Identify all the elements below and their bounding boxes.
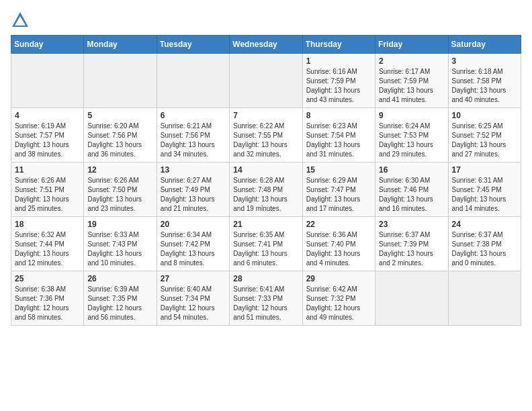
day-number: 6 [161, 111, 226, 120]
day-header-tuesday: Tuesday [157, 36, 229, 54]
calendar-cell: 13Sunrise: 6:27 AMSunset: 7:49 PMDayligh… [157, 163, 229, 217]
day-number: 28 [233, 274, 298, 283]
calendar-header: SundayMondayTuesdayWednesdayThursdayFrid… [11, 36, 521, 54]
calendar-cell: 10Sunrise: 6:25 AMSunset: 7:52 PMDayligh… [448, 108, 521, 163]
calendar-cell: 5Sunrise: 6:20 AMSunset: 7:56 PMDaylight… [84, 108, 157, 163]
day-info: Sunrise: 6:42 AMSunset: 7:32 PMDaylight:… [306, 285, 371, 322]
day-info: Sunrise: 6:34 AMSunset: 7:42 PMDaylight:… [161, 230, 226, 268]
day-info: Sunrise: 6:36 AMSunset: 7:40 PMDaylight:… [306, 230, 371, 268]
day-number: 18 [15, 220, 80, 229]
calendar-table: SundayMondayTuesdayWednesdayThursdayFrid… [11, 35, 521, 326]
calendar-cell [84, 54, 157, 108]
day-info: Sunrise: 6:26 AMSunset: 7:51 PMDaylight:… [15, 176, 80, 214]
day-info: Sunrise: 6:21 AMSunset: 7:56 PMDaylight:… [161, 122, 226, 159]
calendar-cell: 29Sunrise: 6:42 AMSunset: 7:32 PMDayligh… [302, 271, 375, 326]
calendar-cell: 19Sunrise: 6:33 AMSunset: 7:43 PMDayligh… [84, 217, 157, 271]
day-number: 8 [306, 111, 371, 120]
day-info: Sunrise: 6:40 AMSunset: 7:34 PMDaylight:… [161, 285, 226, 322]
day-info: Sunrise: 6:27 AMSunset: 7:49 PMDaylight:… [161, 176, 226, 214]
calendar-cell: 21Sunrise: 6:35 AMSunset: 7:41 PMDayligh… [230, 217, 302, 271]
calendar-cell: 16Sunrise: 6:30 AMSunset: 7:46 PMDayligh… [375, 163, 448, 217]
day-number: 25 [15, 274, 80, 283]
day-number: 16 [379, 165, 444, 175]
day-header-monday: Monday [84, 36, 157, 54]
day-info: Sunrise: 6:30 AMSunset: 7:46 PMDaylight:… [379, 176, 444, 214]
header [11, 11, 521, 30]
day-info: Sunrise: 6:32 AMSunset: 7:44 PMDaylight:… [15, 230, 80, 268]
day-info: Sunrise: 6:28 AMSunset: 7:48 PMDaylight:… [233, 176, 298, 214]
calendar-cell: 20Sunrise: 6:34 AMSunset: 7:42 PMDayligh… [157, 217, 229, 271]
day-number: 17 [452, 165, 517, 175]
calendar-cell: 18Sunrise: 6:32 AMSunset: 7:44 PMDayligh… [11, 217, 84, 271]
logo-icon [11, 11, 30, 30]
day-header-thursday: Thursday [302, 36, 375, 54]
day-number: 26 [87, 274, 152, 283]
day-info: Sunrise: 6:24 AMSunset: 7:53 PMDaylight:… [379, 122, 444, 159]
day-number: 3 [452, 56, 517, 66]
day-number: 20 [161, 220, 226, 229]
day-info: Sunrise: 6:41 AMSunset: 7:33 PMDaylight:… [233, 285, 298, 322]
day-info: Sunrise: 6:38 AMSunset: 7:36 PMDaylight:… [15, 285, 80, 322]
day-number: 13 [161, 165, 226, 175]
day-info: Sunrise: 6:29 AMSunset: 7:47 PMDaylight:… [306, 176, 371, 214]
day-number: 5 [87, 111, 152, 120]
calendar-cell: 4Sunrise: 6:19 AMSunset: 7:57 PMDaylight… [11, 108, 84, 163]
day-info: Sunrise: 6:18 AMSunset: 7:58 PMDaylight:… [452, 67, 517, 105]
calendar-cell: 15Sunrise: 6:29 AMSunset: 7:47 PMDayligh… [302, 163, 375, 217]
day-number: 2 [379, 56, 444, 66]
day-info: Sunrise: 6:31 AMSunset: 7:45 PMDaylight:… [452, 176, 517, 214]
day-number: 24 [452, 220, 517, 229]
logo [11, 11, 32, 30]
calendar-cell: 7Sunrise: 6:22 AMSunset: 7:55 PMDaylight… [230, 108, 302, 163]
day-number: 14 [233, 165, 298, 175]
week-row-3: 11Sunrise: 6:26 AMSunset: 7:51 PMDayligh… [11, 163, 521, 217]
calendar-cell [11, 54, 84, 108]
calendar-cell: 24Sunrise: 6:37 AMSunset: 7:38 PMDayligh… [448, 217, 521, 271]
day-number: 4 [15, 111, 80, 120]
calendar-cell: 28Sunrise: 6:41 AMSunset: 7:33 PMDayligh… [230, 271, 302, 326]
day-info: Sunrise: 6:37 AMSunset: 7:39 PMDaylight:… [379, 230, 444, 268]
day-header-saturday: Saturday [448, 36, 521, 54]
calendar-cell: 27Sunrise: 6:40 AMSunset: 7:34 PMDayligh… [157, 271, 229, 326]
day-info: Sunrise: 6:23 AMSunset: 7:54 PMDaylight:… [306, 122, 371, 159]
day-info: Sunrise: 6:26 AMSunset: 7:50 PMDaylight:… [87, 176, 152, 214]
calendar-cell: 23Sunrise: 6:37 AMSunset: 7:39 PMDayligh… [375, 217, 448, 271]
day-info: Sunrise: 6:20 AMSunset: 7:56 PMDaylight:… [87, 122, 152, 159]
day-header-sunday: Sunday [11, 36, 84, 54]
day-number: 27 [161, 274, 226, 283]
day-number: 11 [15, 165, 80, 175]
day-info: Sunrise: 6:39 AMSunset: 7:35 PMDaylight:… [87, 285, 152, 322]
calendar-cell: 2Sunrise: 6:17 AMSunset: 7:59 PMDaylight… [375, 54, 448, 108]
day-info: Sunrise: 6:37 AMSunset: 7:38 PMDaylight:… [452, 230, 517, 268]
day-info: Sunrise: 6:33 AMSunset: 7:43 PMDaylight:… [87, 230, 152, 268]
day-info: Sunrise: 6:25 AMSunset: 7:52 PMDaylight:… [452, 122, 517, 159]
day-info: Sunrise: 6:16 AMSunset: 7:59 PMDaylight:… [306, 67, 371, 105]
calendar-cell: 8Sunrise: 6:23 AMSunset: 7:54 PMDaylight… [302, 108, 375, 163]
week-row-2: 4Sunrise: 6:19 AMSunset: 7:57 PMDaylight… [11, 108, 521, 163]
day-number: 21 [233, 220, 298, 229]
day-header-friday: Friday [375, 36, 448, 54]
calendar-cell: 25Sunrise: 6:38 AMSunset: 7:36 PMDayligh… [11, 271, 84, 326]
calendar-cell [157, 54, 229, 108]
calendar-cell: 11Sunrise: 6:26 AMSunset: 7:51 PMDayligh… [11, 163, 84, 217]
calendar-cell [230, 54, 302, 108]
calendar-cell: 14Sunrise: 6:28 AMSunset: 7:48 PMDayligh… [230, 163, 302, 217]
calendar-cell: 9Sunrise: 6:24 AMSunset: 7:53 PMDaylight… [375, 108, 448, 163]
day-number: 1 [306, 56, 371, 66]
calendar-cell [375, 271, 448, 326]
day-number: 22 [306, 220, 371, 229]
day-info: Sunrise: 6:35 AMSunset: 7:41 PMDaylight:… [233, 230, 298, 268]
day-number: 12 [87, 165, 152, 175]
calendar-cell: 22Sunrise: 6:36 AMSunset: 7:40 PMDayligh… [302, 217, 375, 271]
calendar-cell [448, 271, 521, 326]
day-header-wednesday: Wednesday [230, 36, 302, 54]
day-info: Sunrise: 6:22 AMSunset: 7:55 PMDaylight:… [233, 122, 298, 159]
calendar-cell: 26Sunrise: 6:39 AMSunset: 7:35 PMDayligh… [84, 271, 157, 326]
day-number: 29 [306, 274, 371, 283]
week-row-4: 18Sunrise: 6:32 AMSunset: 7:44 PMDayligh… [11, 217, 521, 271]
day-number: 19 [87, 220, 152, 229]
day-number: 9 [379, 111, 444, 120]
calendar-cell: 6Sunrise: 6:21 AMSunset: 7:56 PMDaylight… [157, 108, 229, 163]
calendar-cell: 3Sunrise: 6:18 AMSunset: 7:58 PMDaylight… [448, 54, 521, 108]
calendar-cell: 17Sunrise: 6:31 AMSunset: 7:45 PMDayligh… [448, 163, 521, 217]
